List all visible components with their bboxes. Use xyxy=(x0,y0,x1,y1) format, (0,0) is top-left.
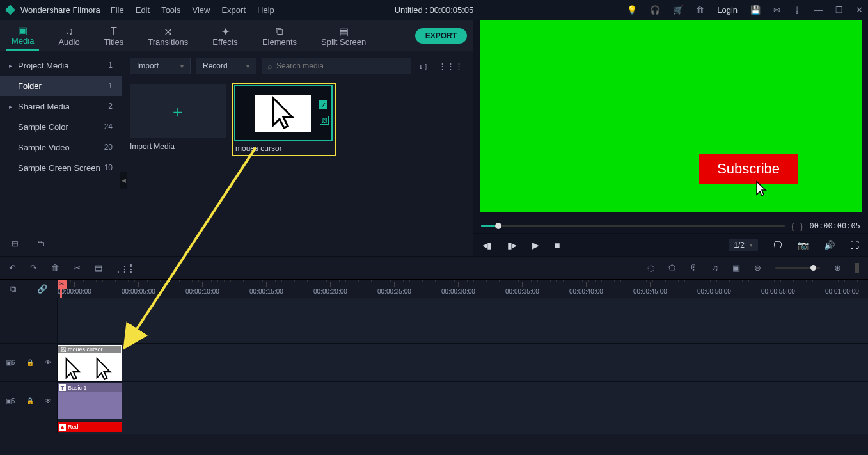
voiceover-icon[interactable]: 🎙 xyxy=(690,263,698,273)
ruler-tick: 00:00:55:00 xyxy=(761,282,795,295)
tab-media[interactable]: ▣Media xyxy=(6,22,39,51)
crop-icon[interactable]: ▤ xyxy=(95,263,102,273)
audio-wave-icon[interactable]: ⡀⡆⡇ xyxy=(116,263,136,273)
link-icon[interactable]: 🔗 xyxy=(37,284,47,294)
tab-elements[interactable]: ⧉Elements xyxy=(257,23,302,51)
track-eye-icon[interactable]: 👁 xyxy=(45,397,51,404)
search-icon: ⌕ xyxy=(267,61,272,71)
snapshot-icon[interactable]: 📷 xyxy=(798,240,809,250)
delete-icon[interactable]: 🗑 xyxy=(51,263,59,273)
zoom-out-icon[interactable]: ⊖ xyxy=(754,263,761,273)
track-spacer xyxy=(0,298,868,343)
clip-red[interactable]: ▲Red xyxy=(58,422,122,432)
import-dropdown[interactable]: Import▾ xyxy=(130,58,191,74)
tab-titles[interactable]: TTitles xyxy=(99,23,129,51)
save-icon[interactable]: 💾 xyxy=(750,5,761,15)
titlebar: Wondershare Filmora File Edit Tools View… xyxy=(0,0,868,20)
image-type-icon: 🖼 xyxy=(320,116,329,125)
mark-out-icon[interactable]: } xyxy=(800,221,803,231)
menu-export[interactable]: Export xyxy=(221,5,246,15)
window-close[interactable]: ✕ xyxy=(856,5,863,15)
import-media-tile[interactable]: ＋ Import Media xyxy=(130,84,226,155)
sidebar-collapse[interactable]: ◀ xyxy=(120,172,127,189)
preview-viewport[interactable]: Subscribe xyxy=(473,20,868,219)
window-maximize[interactable]: ❐ xyxy=(835,5,843,15)
mark-in-icon[interactable]: { xyxy=(791,221,794,231)
window-minimize[interactable]: ― xyxy=(814,5,823,15)
ruler-tick: 00:00:20:00 xyxy=(313,282,347,295)
added-check-icon: ✓ xyxy=(319,100,327,109)
menu-tools[interactable]: Tools xyxy=(161,5,180,15)
tab-splitscreen[interactable]: ▤Split Screen xyxy=(316,23,371,51)
redo-icon[interactable]: ↷ xyxy=(30,263,37,273)
play-icon[interactable]: ▶ xyxy=(532,240,539,250)
mail-icon[interactable]: ✉ xyxy=(773,5,780,15)
display-icon[interactable]: 🖵 xyxy=(773,240,782,250)
zoom-in-icon[interactable]: ⊕ xyxy=(834,263,841,273)
login-link[interactable]: Login xyxy=(717,5,738,15)
menu-help[interactable]: Help xyxy=(257,5,274,15)
cart-icon[interactable]: 🛒 xyxy=(673,5,683,15)
sidebar-item-sample-color[interactable]: Sample Color24 xyxy=(0,116,122,137)
sidebar-item-folder[interactable]: Folder1 xyxy=(0,76,122,96)
menu-view[interactable]: View xyxy=(192,5,210,15)
track-video-5[interactable]: ▣5 🔒 👁 TBasic 1 xyxy=(0,381,868,420)
filter-icon[interactable]: ⫾⫿ xyxy=(416,61,430,71)
grid-view-icon[interactable]: ⋮⋮⋮ xyxy=(436,61,466,71)
plus-icon: ＋ xyxy=(170,100,186,123)
preview-scrubber[interactable]: { } 00:00:00:05 xyxy=(473,219,868,233)
support-icon[interactable]: 🎧 xyxy=(650,5,660,15)
clip-mouse-cursor[interactable]: 🖼moues cursor xyxy=(58,345,122,383)
export-button[interactable]: EXPORT xyxy=(415,28,467,44)
folder-icon[interactable]: 🗀 xyxy=(36,239,45,250)
audio-mixer-icon[interactable]: ♫ xyxy=(712,263,718,273)
left-panel: ▣Media ♫Audio TTitles ⤨Transitions ✦Effe… xyxy=(0,20,473,256)
tab-transitions[interactable]: ⤨Transitions xyxy=(143,23,193,51)
media-item-cursor[interactable]: 🖼 ✓ moues cursor xyxy=(233,84,335,155)
marker-icon[interactable]: ⬠ xyxy=(668,263,675,273)
media-search[interactable]: ⌕ xyxy=(262,58,411,74)
track-video-6[interactable]: ▣6 🔒 👁 🖼moues cursor xyxy=(0,343,868,381)
tab-audio[interactable]: ♫Audio xyxy=(53,23,84,51)
stop-icon[interactable]: ■ xyxy=(555,240,560,250)
menu-file[interactable]: File xyxy=(111,5,124,15)
track-video-icon[interactable]: ▣6 xyxy=(6,359,15,366)
search-input[interactable] xyxy=(276,61,406,70)
playhead[interactable]: ✂ xyxy=(60,280,62,298)
tips-icon[interactable]: 💡 xyxy=(627,5,637,15)
tab-effects[interactable]: ✦Effects xyxy=(207,23,243,51)
track-lock-icon[interactable]: 🔒 xyxy=(26,397,34,404)
media-sidebar: ▸Project Media1 Folder1 ▸Shared Media2 S… xyxy=(0,51,122,256)
manage-tracks-icon[interactable]: ⧉ xyxy=(10,284,16,294)
gift-icon[interactable]: 🗑 xyxy=(696,5,704,15)
clip-title-basic1[interactable]: TBasic 1 xyxy=(58,383,122,419)
zoom-slider[interactable] xyxy=(775,267,820,269)
new-folder-icon[interactable]: ⊞ xyxy=(12,239,19,250)
prev-frame-icon[interactable]: ◂▮ xyxy=(482,240,492,250)
preview-quality-dropdown[interactable]: 1/2▾ xyxy=(729,239,758,251)
keyframe-icon[interactable]: ▣ xyxy=(732,263,740,273)
fullscreen-icon[interactable]: ⛶ xyxy=(850,240,859,250)
download-icon[interactable]: ⭳ xyxy=(793,5,801,15)
split-icon[interactable]: ✂ xyxy=(74,263,81,273)
render-icon[interactable]: ◌ xyxy=(647,263,654,273)
zoom-to-fit[interactable] xyxy=(855,263,859,273)
next-frame-icon[interactable]: ▮▸ xyxy=(507,240,517,250)
volume-icon[interactable]: 🔊 xyxy=(824,240,835,250)
main-tabs: ▣Media ♫Audio TTitles ⤨Transitions ✦Effe… xyxy=(0,20,473,51)
menu-edit[interactable]: Edit xyxy=(136,5,150,15)
sidebar-item-project-media[interactable]: ▸Project Media1 xyxy=(0,55,122,76)
track-eye-icon[interactable]: 👁 xyxy=(45,359,51,366)
cursor-icon xyxy=(267,95,299,132)
track-red[interactable]: ▲Red xyxy=(0,420,868,434)
sidebar-item-sample-video[interactable]: Sample Video20 xyxy=(0,137,122,157)
sidebar-item-sample-green[interactable]: Sample Green Screen10 xyxy=(0,157,122,178)
ruler-tick: 00:00:45:00 xyxy=(633,282,667,295)
undo-icon[interactable]: ↶ xyxy=(9,263,16,273)
sidebar-item-shared-media[interactable]: ▸Shared Media2 xyxy=(0,96,122,116)
record-dropdown[interactable]: Record▾ xyxy=(196,58,256,74)
track-lock-icon[interactable]: 🔒 xyxy=(26,359,34,366)
media-browser: Import▾ Record▾ ⌕ ⫾⫿ ⋮⋮⋮ ＋ Import Media xyxy=(122,51,473,256)
track-video-icon[interactable]: ▣5 xyxy=(6,397,15,404)
ruler-ticks[interactable]: ✂ 00:00:00:0000:00:05:0000:00:10:0000:00… xyxy=(58,280,868,298)
